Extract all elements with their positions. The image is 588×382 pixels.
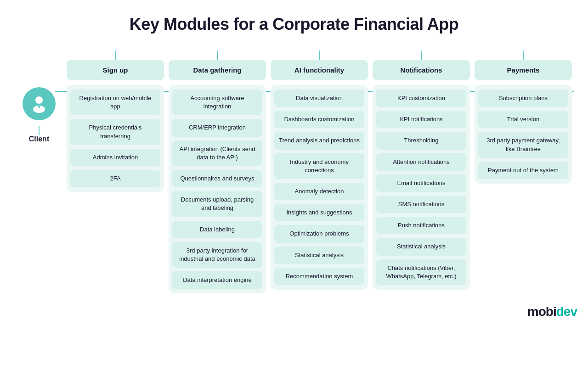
brand-prefix: mobi (527, 304, 556, 319)
module-item-notifications-7: Statistical analysis (376, 238, 466, 255)
vert-line-ai-functionality (319, 51, 320, 60)
module-body-signup: Registration on web/mobile appPhysical c… (67, 85, 164, 192)
svg-point-0 (35, 96, 43, 104)
module-item-data-gathering-3: Questionnaires and surveys (172, 170, 262, 187)
svg-marker-3 (39, 104, 40, 106)
avatar (23, 87, 56, 120)
module-item-ai-functionality-2: Trend analysis and predictions (274, 132, 364, 149)
module-item-data-gathering-6: 3rd party integration for industrial and… (172, 242, 262, 268)
module-item-ai-functionality-0: Data visualization (274, 90, 364, 107)
module-item-notifications-8: Chats notifications (Viber, WhatsApp, Te… (376, 259, 466, 285)
vert-line-notifications (421, 51, 422, 60)
module-item-notifications-1: KPI notifications (376, 111, 466, 128)
module-col-data-gathering: Data gatheringAccounting software integr… (166, 51, 268, 293)
module-header-payments: Payments (475, 60, 572, 80)
module-item-data-gathering-1: CRM/ERP integration (172, 119, 262, 136)
module-item-notifications-2: Thresholding (376, 132, 466, 149)
module-item-signup-2: Admins invitation (70, 149, 160, 166)
client-label: Client (29, 135, 49, 143)
module-item-ai-functionality-4: Anomaly detection (274, 183, 364, 200)
module-item-data-gathering-0: Accounting software integration (172, 90, 262, 115)
client-column: Client (14, 51, 64, 143)
module-header-notifications: Notifications (373, 60, 470, 80)
module-header-data-gathering: Data gathering (169, 60, 266, 80)
module-item-signup-0: Registration on web/mobile app (70, 90, 160, 115)
module-item-ai-functionality-5: Insights and suggestions (274, 204, 364, 221)
module-col-payments: PaymentsSubscription plansTrial version3… (472, 51, 574, 293)
module-header-signup: Sign up (67, 60, 164, 80)
brand-suffix: dev (556, 304, 577, 319)
module-item-notifications-0: KPI customization (376, 90, 466, 107)
module-item-ai-functionality-1: Dashboards customization (274, 111, 364, 128)
module-item-notifications-3: Attention notifications (376, 153, 466, 171)
vert-line-data-gathering (217, 51, 218, 60)
diagram-container: Client Sign upRegistration on web/mobile… (14, 51, 574, 293)
client-vert-line (39, 126, 40, 135)
module-col-notifications: NotificationsKPI customizationKPI notifi… (370, 51, 472, 293)
module-item-payments-1: Trial version (478, 111, 568, 128)
module-item-payments-2: 3rd party payment gateway, like Braintre… (478, 132, 568, 157)
vert-line-signup (115, 51, 116, 60)
module-body-data-gathering: Accounting software integrationCRM/ERP i… (169, 85, 266, 293)
module-item-data-gathering-5: Data labeling (172, 221, 262, 238)
module-item-notifications-5: SMS notifications (376, 196, 466, 213)
module-item-ai-functionality-8: Recommendation system (274, 268, 364, 285)
module-col-signup: Sign upRegistration on web/mobile appPhy… (64, 51, 166, 293)
module-header-ai-functionality: AI functionality (271, 60, 368, 80)
module-item-ai-functionality-7: Statistical analysis (274, 247, 364, 264)
module-body-notifications: KPI customizationKPI notificationsThresh… (373, 85, 470, 290)
module-item-signup-3: 2FA (70, 170, 160, 187)
module-item-notifications-6: Push notifications (376, 217, 466, 234)
brand-logo: mobidev (527, 304, 577, 319)
vert-line-payments (523, 51, 524, 60)
page-title: Key Modules for a Corporate Financial Ap… (130, 15, 458, 34)
module-item-payments-3: Payment out of the system (478, 162, 568, 179)
module-item-data-gathering-2: API integration (Clients send data to th… (172, 140, 262, 166)
module-item-payments-0: Subscription plans (478, 90, 568, 107)
module-col-ai-functionality: AI functionalityData visualizationDashbo… (268, 51, 370, 293)
module-item-notifications-4: Email notifications (376, 174, 466, 192)
module-body-ai-functionality: Data visualizationDashboards customizati… (271, 85, 368, 290)
module-body-payments: Subscription plansTrial version3rd party… (475, 85, 572, 184)
module-item-signup-1: Physical credentials transferring (70, 119, 160, 145)
module-item-ai-functionality-3: Industry and economy corrections (274, 153, 364, 179)
module-item-ai-functionality-6: Optimization problems (274, 225, 364, 242)
module-item-data-gathering-4: Documents upload, parsing and labeling (172, 191, 262, 217)
module-item-data-gathering-7: Data interpretation engine (172, 271, 262, 289)
